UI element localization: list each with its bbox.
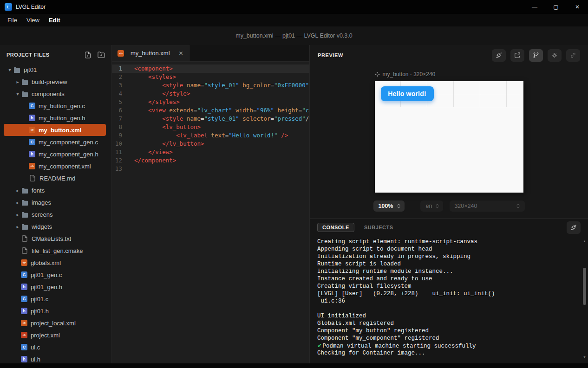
scroll-up-icon[interactable]: ▲ — [583, 238, 586, 244]
tree-item-pjt01_gen.c[interactable]: Cpjt01_gen.c — [4, 269, 106, 281]
console-output[interactable]: Creating script element: runtime-script-… — [310, 236, 588, 363]
preview-stage: my_button · 320×240 Hello world! — [310, 65, 588, 212]
chevron-right-icon[interactable]: ▸ — [14, 79, 21, 84]
c-file-icon: C — [21, 344, 27, 350]
tree-item-build-preview[interactable]: ▸build-preview — [4, 76, 106, 88]
gear-icon[interactable] — [548, 49, 562, 62]
file-icon — [21, 235, 28, 242]
tree-item-images[interactable]: ▸images — [4, 196, 106, 208]
tab-subjects[interactable]: SUBJECTS — [359, 223, 399, 232]
menu-view[interactable]: View — [22, 17, 44, 24]
code-text: </style> — [128, 90, 309, 98]
tree-item-fonts[interactable]: ▸fonts — [4, 184, 106, 196]
app-logo-icon: L — [5, 3, 12, 11]
hello-world-button[interactable]: Hello world! — [381, 86, 434, 101]
language-select[interactable]: en — [420, 200, 443, 212]
console-scrollbar[interactable]: ▲ ▼ — [581, 238, 588, 360]
scroll-down-icon[interactable]: ▼ — [583, 354, 586, 360]
code-text: <lv_label text="Hello world!" /> — [128, 131, 309, 140]
tree-item-README.md[interactable]: README.md — [4, 172, 106, 184]
tree-item-label: README.md — [39, 175, 75, 182]
folder-icon — [21, 90, 28, 97]
scrollbar-track[interactable] — [581, 244, 588, 354]
tree-item-pjt01_gen.h[interactable]: hpjt01_gen.h — [4, 281, 106, 293]
tree-item-screens[interactable]: ▸screens — [4, 208, 106, 220]
console-line: Initializing runtime module instance... — [317, 268, 581, 275]
code-line-6: 6 <view extends="lv_chart" width="96%" h… — [112, 106, 309, 115]
tree-item-label: my_button_gen.h — [39, 115, 85, 122]
tree-item-pjt01.h[interactable]: hpjt01.h — [4, 305, 106, 317]
console-line — [317, 305, 581, 312]
rocket-icon[interactable] — [492, 49, 506, 62]
scrollbar-thumb[interactable] — [583, 268, 586, 305]
export-icon[interactable] — [510, 49, 524, 62]
file-icon — [29, 174, 36, 182]
tree-item-my_button.xml[interactable]: </>my_button.xml — [4, 124, 106, 136]
menu-file[interactable]: File — [3, 17, 22, 24]
tab-close-icon[interactable]: ✕ — [179, 50, 183, 57]
tree-item-globals.xml[interactable]: </>globals.xml — [4, 257, 106, 269]
tree-item-project_local.xml[interactable]: </>project_local.xml — [4, 317, 106, 329]
tree-item-widgets[interactable]: ▸widgets — [4, 220, 106, 232]
resolution-select[interactable]: 320×240 — [450, 200, 524, 212]
zoom-value: 100% — [379, 203, 393, 209]
line-number: 5 — [112, 98, 128, 106]
code-line-5: 5 </styles> — [112, 98, 309, 106]
tree-item-project.xml[interactable]: </>project.xml — [4, 329, 106, 341]
document-title: my_button.xml — pjt01 — LVGL Editor v0.3… — [235, 32, 353, 39]
tree-item-file_list_gen.cmake[interactable]: file_list_gen.cmake — [4, 245, 106, 257]
new-file-icon[interactable] — [84, 51, 91, 58]
window-controls: — ▢ ✕ — [524, 0, 588, 14]
line-number: 10 — [112, 140, 128, 148]
tab-my-button-xml[interactable]: </> my_button.xml ✕ — [112, 45, 189, 61]
tree-item-pjt01.c[interactable]: Cpjt01.c — [4, 293, 106, 305]
menu-edit[interactable]: Edit — [44, 17, 65, 24]
chevron-down-icon[interactable]: ▾ — [14, 91, 21, 97]
preview-canvas[interactable]: Hello world! — [375, 81, 523, 193]
chevron-right-icon[interactable]: ▸ — [14, 188, 21, 193]
console-line: Initialization already in progress, skip… — [317, 253, 581, 260]
code-line-1: 1<component> — [112, 65, 309, 73]
file-tree[interactable]: ▾pjt01▸build-preview▾componentsCmy_butto… — [0, 62, 111, 363]
tree-item-my_button_gen.c[interactable]: Cmy_button_gen.c — [4, 100, 106, 112]
code-line-2: 2 <styles> — [112, 73, 309, 81]
tree-item-components[interactable]: ▾components — [4, 88, 106, 100]
console-line: UI initialized — [317, 312, 581, 320]
tree-item-my_component_gen.c[interactable]: Cmy_component_gen.c — [4, 136, 106, 148]
console-header: CONSOLE SUBJECTS — [310, 219, 588, 236]
tree-item-my_component_gen.h[interactable]: hmy_component_gen.h — [4, 148, 106, 160]
tree-item-pjt01[interactable]: ▾pjt01 — [4, 64, 106, 76]
link-icon[interactable] — [566, 49, 580, 62]
line-number: 13 — [112, 165, 128, 173]
code-text: <view extends="lv_chart" width="96%" hei… — [128, 106, 309, 115]
tree-item-label: ui.h — [31, 356, 40, 363]
tree-item-ui.c[interactable]: Cui.c — [4, 341, 106, 353]
rocket-icon[interactable] — [567, 221, 581, 234]
zoom-select[interactable]: 100% — [373, 200, 405, 212]
code-text: </component> — [128, 156, 309, 165]
chevron-right-icon[interactable]: ▸ — [14, 200, 21, 205]
line-number: 8 — [112, 123, 128, 131]
line-number: 3 — [112, 81, 128, 90]
git-branch-icon[interactable] — [529, 49, 543, 62]
maximize-button[interactable]: ▢ — [545, 0, 567, 14]
minimize-button[interactable]: — — [524, 0, 545, 14]
code-editor[interactable]: 1<component>2 <styles>3 <style name="sty… — [112, 62, 309, 363]
code-line-3: 3 <style name="style_01" bg_color="0xFF0… — [112, 81, 309, 90]
tree-item-my_button_gen.h[interactable]: hmy_button_gen.h — [4, 112, 106, 124]
tab-console[interactable]: CONSOLE — [317, 223, 354, 232]
preview-title: PREVIEW — [318, 52, 343, 58]
tree-item-my_component.xml[interactable]: </>my_component.xml — [4, 160, 106, 172]
canvas-label-text: my_button · 320×240 — [383, 71, 436, 77]
tree-item-label: globals.xml — [31, 259, 61, 266]
chevron-right-icon[interactable]: ▸ — [14, 224, 21, 229]
line-number: 12 — [112, 156, 128, 165]
tree-item-CMakeLists.txt[interactable]: CMakeLists.txt — [4, 232, 106, 245]
code-line-4: 4 </style> — [112, 90, 309, 98]
new-folder-icon[interactable] — [98, 51, 105, 58]
close-button[interactable]: ✕ — [567, 0, 588, 14]
tree-item-ui.h[interactable]: hui.h — [4, 353, 106, 363]
chevron-down-icon[interactable]: ▾ — [7, 67, 13, 72]
chevron-right-icon[interactable]: ▸ — [14, 212, 21, 217]
console-line: Checking for Container image... — [317, 349, 581, 357]
